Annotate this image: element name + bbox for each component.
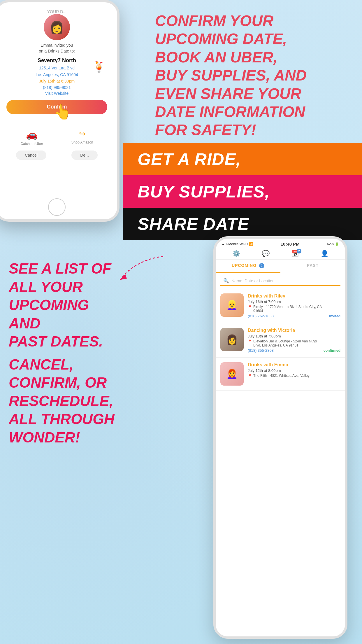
status-badge-riley: invited (329, 314, 340, 318)
pin-icon: 📍 (248, 305, 252, 309)
tab-upcoming[interactable]: UPCOMING 2 (216, 260, 280, 273)
search-input[interactable]: Name, Date or Location (231, 279, 275, 283)
date-avatar-emma: 👩‍🦰 (220, 362, 244, 386)
banner-section: GET A RIDE, BUY SUPPLIES, SHARE DATE (123, 143, 362, 240)
date-title-victoria: Dancing with Victoria (248, 328, 319, 333)
date-location-victoria: 📍 Elevation Bar & Lounge - 5248 Van Nuys… (248, 339, 319, 347)
catch-uber-label: Catch an Uber (20, 142, 43, 146)
pin-icon-3: 📍 (248, 374, 252, 378)
action-icons-row: 🚗 Catch an Uber ↪ Shop Amazon (3, 129, 110, 146)
date-phone-riley: (818) 762-1833 (248, 314, 325, 318)
settings-nav-icon[interactable]: ⚙️ (232, 250, 240, 258)
bottom-tagline: SEE A LIST OF ALL YOUR UPCOMING AND PAST… (9, 260, 120, 447)
left-text-bottom: SEE A LIST OF ALL YOUR UPCOMING AND PAST… (9, 260, 120, 447)
calendar-badge: 2 (297, 249, 301, 253)
confirm-button[interactable]: Confirm 👆 (6, 100, 107, 114)
share-icon: ↪ (79, 129, 86, 139)
messages-nav-icon[interactable]: 💬 (262, 250, 270, 258)
top-section: YOUR D... 👩 Emma invited you on a Drinks… (0, 0, 362, 233)
date-item-emma[interactable]: 👩‍🦰 Drinks with Emma July 12th at 8:00pm… (216, 358, 345, 391)
catch-uber-item[interactable]: 🚗 Catch an Uber (20, 129, 43, 146)
date-location-riley: 📍 Firefly - 11720 Ventura Blvd, Studio C… (248, 305, 325, 313)
search-bar[interactable]: 🔍 Name, Date or Location (220, 276, 340, 286)
main-tagline: CONFIRM YOUR UPCOMING DATE, BOOK AN UBER… (155, 12, 353, 139)
carrier-info: ▪▪ T-Mobile Wi-Fi 📶 (222, 242, 253, 246)
date-item-riley[interactable]: 👱‍♀️ Drinks with Riley July 16th at 7:00… (216, 289, 345, 323)
cancel-button[interactable]: Cancel (16, 150, 46, 160)
right-text-top: CONFIRM YOUR UPCOMING DATE, BOOK AN UBER… (155, 12, 353, 139)
dashed-arrow (111, 254, 169, 283)
pink-banner: BUY SUPPLIES, (123, 175, 362, 208)
shop-amazon-item[interactable]: ↪ Shop Amazon (71, 129, 93, 146)
status-bar: ▪▪ T-Mobile Wi-Fi 📶 10:48 PM 62% 🔋 (216, 239, 345, 248)
date-avatar-riley: 👱‍♀️ (220, 293, 244, 317)
tabs-row: UPCOMING 2 PAST (216, 260, 345, 273)
date-location-emma: 📍 The Fifth - 4821 Whitsett Ave, Valley (248, 374, 340, 378)
clock: 10:48 PM (281, 242, 300, 246)
orange-banner: GET A RIDE, (123, 143, 362, 175)
phone1-header-partial: YOUR D... (3, 8, 110, 14)
date-info-riley: Drinks with Riley July 16th at 7:00pm 📍 … (248, 293, 325, 318)
invite-text: Emma invited you on a Drinks Date to: (3, 43, 110, 54)
date-phone-victoria: (818) 355-2808 (248, 348, 319, 353)
status-badge-victoria: confirmed (324, 349, 340, 353)
hand-cursor-icon: 👆 (53, 103, 71, 120)
date-item-victoria[interactable]: 👩 Dancing with Victoria July 13th at 7:0… (216, 323, 345, 358)
date-time-victoria: July 13th at 7:00pm (248, 334, 319, 338)
phone-1: YOUR D... 👩 Emma invited you on a Drinks… (0, 0, 120, 222)
carrier-name: T-Mobile Wi-Fi (225, 242, 248, 246)
date-title-riley: Drinks with Riley (248, 293, 325, 299)
decline-button[interactable]: De... (71, 150, 98, 160)
pink-banner-text: BUY SUPPLIES, (138, 182, 270, 201)
cancel-decline-row: Cancel De... (3, 150, 110, 160)
nav-icons: ⚙️ 💬 📅 2 👤 (216, 248, 345, 260)
phone-2: ▪▪ T-Mobile Wi-Fi 📶 10:48 PM 62% 🔋 ⚙️ 💬 … (213, 236, 347, 639)
battery: 62% 🔋 (327, 242, 339, 246)
tab-past[interactable]: PAST (280, 260, 345, 273)
visit-website-link[interactable]: Visit Website (3, 91, 110, 96)
cocktail-icon: 🍹 (92, 61, 106, 73)
shop-amazon-label: Shop Amazon (71, 140, 93, 144)
date-info-emma: Drinks with Emma July 12th at 8:00pm 📍 T… (248, 362, 340, 379)
phone-home-button[interactable] (48, 198, 66, 216)
wifi-icon: 📶 (249, 242, 253, 246)
date-title-emma: Drinks with Emma (248, 362, 340, 368)
bottom-section: SEE A LIST OF ALL YOUR UPCOMING AND PAST… (0, 236, 362, 644)
signal-icon: ▪▪ (222, 242, 224, 246)
date-list: 👱‍♀️ Drinks with Riley July 16th at 7:00… (216, 289, 345, 391)
date-avatar-victoria: 👩 (220, 328, 244, 351)
profile-nav-icon[interactable]: 👤 (321, 250, 328, 258)
avatar: 👩 (44, 14, 70, 40)
black-banner: SHARE DATE (123, 208, 362, 240)
search-icon: 🔍 (223, 278, 229, 284)
svg-marker-0 (120, 274, 127, 280)
date-info-victoria: Dancing with Victoria July 13th at 7:00p… (248, 328, 319, 353)
black-banner-text: SHARE DATE (138, 214, 249, 233)
date-time-emma: July 12th at 8:00pm (248, 368, 340, 373)
page-container: YOUR D... 👩 Emma invited you on a Drinks… (0, 0, 362, 644)
orange-banner-text: GET A RIDE, (138, 150, 241, 169)
upcoming-badge: 2 (259, 263, 264, 268)
calendar-nav-icon[interactable]: 📅 2 (291, 250, 299, 258)
car-icon: 🚗 (26, 129, 38, 140)
date-time-riley: July 16th at 7:00pm (248, 300, 325, 304)
pin-icon-2: 📍 (248, 340, 252, 344)
